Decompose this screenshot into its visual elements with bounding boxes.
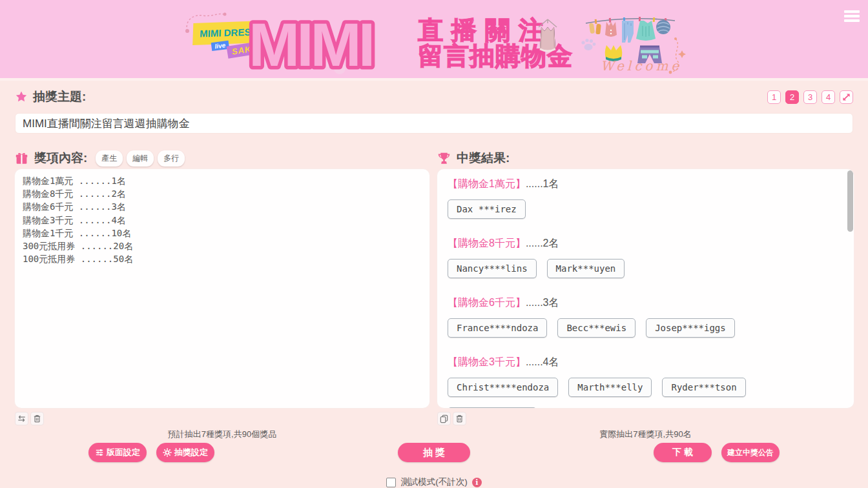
winner-chips: Christ*****endozaMarth***ellyRyder***tso… [448,378,843,408]
camisole-illustration [533,18,562,57]
winner-group-title: 【購物金3千元】......4名 [448,356,843,369]
results-title: 中獎結果: [457,150,510,167]
draw-label: 抽 獎 [423,447,445,459]
prizes-textarea[interactable] [15,169,429,408]
winner-chip[interactable]: Chris****irez [448,407,537,408]
prize-name: 【購物金8千元】 [448,238,526,249]
trophy-icon [437,152,451,165]
copy-button[interactable] [437,412,451,425]
draw-button[interactable]: 抽 獎 [398,443,470,462]
pagination: 1234 [767,90,853,104]
gift-icon [15,152,28,165]
test-mode-checkbox[interactable] [386,478,396,487]
prize-name: 【購物金3千元】 [448,356,526,367]
sparkle-decoration [664,37,686,75]
page-buttons: 1234 [767,90,835,104]
clear-results-button[interactable] [453,412,466,425]
draw-settings-label: 抽獎設定 [174,447,208,458]
refresh-button[interactable] [15,412,28,425]
create-announcement-button[interactable]: 建立中獎公告 [721,443,780,462]
tool-多行[interactable]: 多行 [158,150,185,167]
expand-button[interactable] [840,90,853,104]
theme-title: 抽獎主題: [33,88,86,105]
prize-name: 【購物金6千元】 [448,297,526,308]
download-button[interactable]: 下 載 [654,443,712,462]
info-icon[interactable]: i [472,478,482,487]
prize-count: ......4名 [526,356,559,367]
results-box: 【購物金1萬元】......1名 Dax ***irez 【購物金8千元】...… [437,169,854,408]
page-button-4[interactable]: 4 [822,90,835,104]
clothesline-illustration [584,13,676,63]
copy-icon [439,414,449,423]
winner-group-title: 【購物金1萬元】......1名 [448,178,843,191]
results-header: 中獎結果: [437,149,510,167]
page-button-1[interactable]: 1 [767,90,781,104]
winner-group: 【購物金1萬元】......1名 Dax ***irez [437,178,854,219]
expand-icon [841,92,852,103]
winner-group: 【購物金3千元】......4名 Christ*****endozaMarth*… [437,356,854,408]
prize-count: ......1名 [526,178,559,189]
trash-icon [32,414,42,423]
results-summary: 實際抽出7種獎項,共90名 [437,429,854,440]
tool-產生[interactable]: 產生 [96,150,123,167]
download-label: 下 載 [672,447,693,458]
page-button-2[interactable]: 2 [785,90,799,104]
banner: MIMI DRESS live SAKES MIMI 直播關注 留言抽購物金 [0,0,868,81]
prize-name: 【購物金1萬元】 [448,178,526,189]
prize-tools: 產生編輯多行 [96,150,185,167]
prizes-box [15,169,429,408]
clear-prizes-button[interactable] [30,412,44,425]
winner-chip[interactable]: Dax ***irez [448,199,526,219]
trash-icon [455,414,464,423]
footer: 測試模式(不計次) i [0,476,868,488]
banner-big-title: MIMI [247,8,420,76]
prize-count: ......2名 [526,238,559,249]
sliders-icon [95,448,104,457]
svg-text:MIMI: MIMI [249,10,372,76]
prizes-title: 獎項內容: [34,150,87,167]
winner-chips: France****ndozaBecc***ewisJosep****iggs [448,318,843,338]
winner-group: 【購物金8千元】......2名 Nancy****linsMark***uye… [437,237,854,278]
prizes-summary: 預計抽出7種獎項,共90個獎品 [15,429,429,440]
winner-chips: Dax ***irez [448,199,843,219]
tool-編輯[interactable]: 編輯 [127,150,154,167]
menu-icon[interactable] [844,8,860,24]
winner-chip[interactable]: Marth***elly [568,378,652,397]
winner-group: 【購物金6千元】......3名 France****ndozaBecc***e… [437,296,854,338]
winner-groups: 【購物金1萬元】......1名 Dax ***irez 【購物金8千元】...… [437,178,854,408]
theme-input[interactable] [15,113,853,134]
layout-settings-button[interactable]: 版面設定 [88,443,147,462]
theme-row: 抽獎主題: 1234 [15,88,853,106]
test-mode-label: 測試模式(不計次) [400,476,468,488]
star-icon [15,90,28,103]
winner-chip[interactable]: Ryder***tson [662,378,745,397]
create-announcement-label: 建立中獎公告 [727,447,774,458]
page-button-3[interactable]: 3 [803,90,817,104]
prizes-header: 獎項內容: 產生編輯多行 [15,149,185,167]
winner-chip[interactable]: Mark***uyen [547,259,625,278]
winner-chip[interactable]: Becc***ewis [557,318,636,338]
gear-icon [163,448,172,457]
winner-group-title: 【購物金8千元】......2名 [448,237,843,250]
theme-label: 抽獎主題: [15,88,86,105]
winner-chip[interactable]: France****ndoza [448,318,547,338]
winner-group-title: 【購物金6千元】......3名 [448,296,843,310]
winner-chip[interactable]: Christ*****endoza [448,378,558,397]
prize-count: ......3名 [526,297,559,308]
winner-chips: Nancy****linsMark***uyen [448,259,843,278]
winner-chip[interactable]: Nancy****lins [448,259,537,278]
winner-chip[interactable]: Josep****iggs [646,318,735,338]
refresh-icon [17,414,26,423]
prizes-tool-icons [15,412,44,425]
draw-settings-button[interactable]: 抽獎設定 [156,443,214,462]
results-scrollbar[interactable] [847,170,853,232]
results-tool-icons [437,412,466,425]
layout-settings-label: 版面設定 [107,447,140,458]
